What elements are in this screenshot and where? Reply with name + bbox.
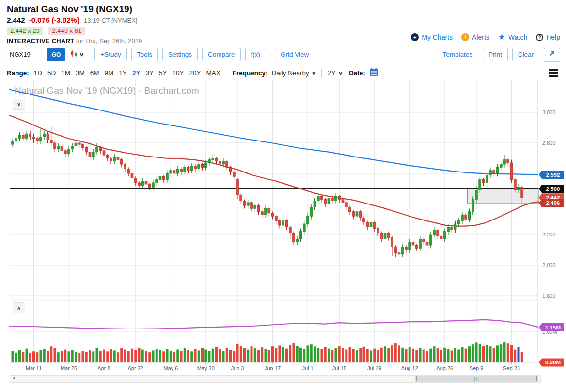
volume-bar bbox=[299, 348, 302, 362]
candle-body bbox=[451, 227, 453, 230]
candle-body bbox=[268, 208, 270, 213]
period-dropdown[interactable]: 2Y ∨ bbox=[328, 69, 342, 77]
chart-type-button[interactable]: ∨ bbox=[70, 50, 83, 60]
volume-bar bbox=[204, 350, 207, 362]
volume-bar bbox=[303, 349, 305, 362]
volume-bar bbox=[219, 349, 221, 362]
expand-lower-pane-button[interactable]: ∧ bbox=[13, 302, 25, 313]
scrollbar-grip-icon: ||| bbox=[474, 376, 479, 382]
tools-button[interactable]: Tools bbox=[131, 48, 158, 61]
volume-bar bbox=[468, 346, 471, 362]
range-20y[interactable]: 20Y bbox=[189, 69, 201, 77]
candle-body bbox=[328, 198, 330, 204]
expand-chart-button[interactable] bbox=[544, 48, 560, 62]
volume-bar bbox=[461, 347, 464, 363]
help-icon: ? bbox=[536, 34, 543, 41]
blue-ma-line bbox=[10, 90, 538, 175]
volume-bar bbox=[176, 350, 179, 362]
candle-body bbox=[503, 160, 506, 164]
volume-bar bbox=[401, 348, 404, 362]
date-axis-label: Mar 25 bbox=[61, 365, 77, 371]
frequency-label: Frequency: bbox=[233, 69, 268, 77]
volume-bar bbox=[75, 352, 77, 362]
candle-body bbox=[331, 198, 333, 201]
volume-bar bbox=[57, 352, 60, 362]
range-1d[interactable]: 1D bbox=[34, 69, 42, 77]
candle-body bbox=[166, 173, 169, 180]
volume-bar bbox=[345, 350, 347, 362]
range-1y[interactable]: 1Y bbox=[119, 69, 127, 77]
price-axis-tick: 2.800 bbox=[542, 140, 556, 146]
candle-body bbox=[22, 135, 24, 138]
my-charts-link[interactable]: My Charts bbox=[422, 33, 453, 41]
alerts-link[interactable]: Alerts bbox=[472, 33, 489, 41]
scroll-left-icon[interactable]: ◄ bbox=[12, 376, 16, 380]
print-button[interactable]: Print bbox=[483, 48, 508, 61]
volume-bar bbox=[451, 350, 453, 362]
candle-body bbox=[251, 203, 253, 209]
volume-bar bbox=[363, 347, 365, 362]
help-link[interactable]: Help bbox=[546, 33, 560, 41]
grid-view-button[interactable]: Grid View bbox=[275, 48, 314, 61]
volume-bar bbox=[454, 348, 456, 362]
candle-body bbox=[454, 224, 456, 230]
range-10y[interactable]: 10Y bbox=[172, 69, 184, 77]
candle-body bbox=[275, 216, 277, 220]
candle-body bbox=[71, 146, 74, 149]
symbol-input[interactable] bbox=[6, 48, 47, 61]
annotation-zone-box[interactable] bbox=[468, 189, 539, 204]
candle-body bbox=[412, 242, 414, 245]
volume-bar bbox=[503, 342, 506, 362]
range-3y[interactable]: 3Y bbox=[145, 69, 154, 77]
candle-body bbox=[493, 171, 495, 173]
volume-bar bbox=[405, 349, 408, 362]
fx-button[interactable]: f(x) bbox=[245, 48, 267, 61]
chart-scrollbar-thumb[interactable]: ||| bbox=[415, 376, 538, 382]
calendar-button[interactable] bbox=[369, 68, 378, 78]
quick-links: + My Charts ! Alerts ★ Watch ? Help bbox=[411, 33, 560, 41]
range-2y-active[interactable]: 2Y bbox=[132, 69, 141, 77]
watch-link[interactable]: Watch bbox=[508, 33, 527, 41]
volume-bar bbox=[110, 349, 112, 362]
date-label: Date: bbox=[349, 69, 365, 77]
volume-bar bbox=[106, 351, 109, 362]
range-3m[interactable]: 3M bbox=[76, 69, 85, 77]
range-5y[interactable]: 5Y bbox=[159, 69, 167, 77]
settings-button[interactable]: Settings bbox=[162, 48, 198, 61]
volume-bar bbox=[68, 351, 70, 362]
frequency-dropdown[interactable]: Daily Nearby ∨ bbox=[272, 69, 316, 77]
templates-button[interactable]: Templates bbox=[437, 48, 478, 61]
range-6m[interactable]: 6M bbox=[90, 69, 99, 77]
compare-button[interactable]: Compare bbox=[202, 48, 241, 61]
candle-body bbox=[32, 137, 35, 138]
candle-body bbox=[236, 180, 239, 195]
chart-scrollbar-track[interactable]: ◄ ► ||| bbox=[10, 375, 541, 383]
volume-bar bbox=[409, 347, 411, 363]
range-5d[interactable]: 5D bbox=[47, 69, 56, 77]
scrollbar-left-handle[interactable] bbox=[416, 376, 417, 381]
candle-body bbox=[384, 233, 386, 239]
date-axis-label: May 6 bbox=[163, 365, 178, 371]
range-1m[interactable]: 1M bbox=[61, 69, 70, 77]
study-button[interactable]: +Study bbox=[94, 48, 126, 61]
clear-button[interactable]: Clear bbox=[512, 48, 539, 61]
candle-body bbox=[131, 173, 133, 178]
volume-bar bbox=[254, 348, 256, 362]
volume-bar bbox=[22, 352, 24, 362]
volume-bar bbox=[142, 350, 144, 362]
range-9m[interactable]: 9M bbox=[105, 69, 114, 77]
go-button[interactable]: GO bbox=[47, 48, 65, 61]
price-chart-svg[interactable]: Natural Gas Nov '19 (NGX19) - Barchart.c… bbox=[0, 80, 566, 387]
volume-bar bbox=[387, 348, 390, 362]
scrollbar-right-handle[interactable] bbox=[536, 376, 537, 381]
collapse-main-pane-button[interactable]: ∨ bbox=[13, 99, 25, 110]
volume-bar bbox=[328, 349, 330, 362]
candle-body bbox=[43, 134, 46, 137]
candle-body bbox=[219, 161, 221, 164]
volume-bar bbox=[166, 349, 169, 362]
hamburger-menu-icon[interactable] bbox=[548, 68, 559, 78]
volume-bar bbox=[26, 349, 28, 362]
candle-body bbox=[229, 167, 232, 172]
price-row: 2.442 -0.076 (-3.02%) 13:19 CT [NYMEX] bbox=[7, 16, 559, 24]
range-max[interactable]: MAX bbox=[206, 69, 220, 77]
